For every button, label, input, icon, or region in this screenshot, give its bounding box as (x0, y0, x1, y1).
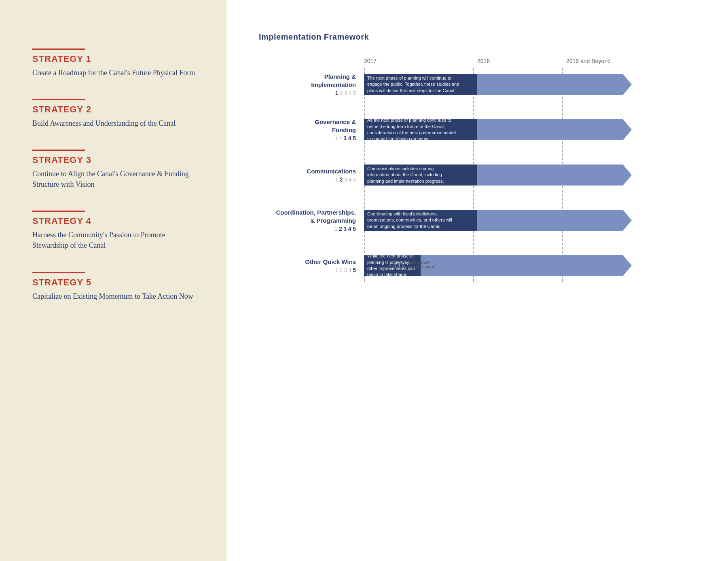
num-span-5-1: 1 (335, 267, 338, 273)
dark-bar-4: Coordinating with local jurisdictions,or… (364, 210, 477, 231)
strategy-title-2: STRATEGY 2 (32, 104, 202, 115)
col-2017-header: 2017 (364, 58, 477, 64)
num-span-4-3: 3 (343, 226, 347, 232)
chart-area: 2017 2018 2019 and Beyond Planning &Impl… (259, 58, 704, 282)
col-2018-header: 2018 (477, 58, 566, 64)
row-label-nums-2: 1 2 3 4 5 (259, 135, 356, 141)
strategy-desc-2: Build Awareness and Understanding of the… (32, 118, 202, 129)
light-bar-5 (421, 255, 623, 276)
dark-bar-3: Communications includes sharinginformati… (364, 165, 477, 186)
strategy-divider-4 (32, 211, 85, 212)
row-label-5: Other Quick Wins1 2 3 4 5 (259, 258, 364, 274)
num-span-5-4: 4 (348, 267, 351, 273)
row-label-title-5: Other Quick Wins (259, 258, 356, 266)
row-label-nums-4: 1 2 3 4 5 (259, 226, 356, 232)
arrow-tip-3 (623, 165, 632, 186)
strategy-desc-1: Create a Roadmap for the Canal's Future … (32, 67, 202, 78)
strategy-desc-5: Capitalize on Existing Momentum to Take … (32, 291, 202, 302)
num-span-1-1: 1 (335, 90, 339, 96)
light-bar-3 (477, 165, 623, 186)
arrow-tip-4 (623, 210, 632, 231)
chart-row-3: Communications1 2 3 4 5Communications in… (259, 159, 704, 191)
strategy-item-5: STRATEGY 5Capitalize on Existing Momentu… (32, 272, 202, 302)
row-label-nums-1: 1 2 3 4 5 (259, 90, 356, 96)
bar-text-1: The next phase of planning will continue… (367, 75, 459, 94)
strategy-desc-4: Harness the Community's Passion to Promo… (32, 230, 202, 251)
num-span-2-2: 2 (339, 135, 342, 141)
row-label-1: Planning &Implementation1 2 3 4 5 (259, 73, 364, 96)
num-span-2-1: 1 (335, 135, 338, 141)
arrow-tip-1 (623, 74, 632, 95)
num-span-3-4: 4 (349, 177, 351, 183)
row-label-nums-3: 1 2 3 4 5 (259, 176, 356, 183)
row-label-2: Governance &Funding1 2 3 4 5 (259, 118, 364, 141)
strategy-item-4: STRATEGY 4Harness the Community's Passio… (32, 211, 202, 251)
strategy-item-2: STRATEGY 2Build Awareness and Understand… (32, 99, 202, 129)
legend-label: RELEVANT STRATEGIES (410, 261, 435, 270)
strategy-title-3: STRATEGY 3 (32, 155, 202, 165)
light-bar-2 (477, 119, 623, 140)
bar-container-3: Communications includes sharinginformati… (364, 163, 704, 187)
strategy-item-3: STRATEGY 3Continue to Align the Canal's … (32, 150, 202, 190)
bar-text-2: As the next phase of planning continues … (367, 117, 456, 142)
num-span-5-3: 3 (344, 267, 347, 273)
bar-container-2: As the next phase of planning continues … (364, 118, 704, 141)
arrow-tip-5 (623, 255, 632, 276)
num-span-1-4: 4 (349, 90, 351, 96)
num-span-3-3: 3 (344, 177, 347, 183)
num-span-2-5: 5 (353, 135, 356, 141)
legend-num-2: 2 3 4 5 (389, 262, 405, 268)
col-headers: 2017 2018 2019 and Beyond (364, 58, 704, 64)
chart-row-4: Coordination, Partnerships,& Programming… (259, 204, 704, 236)
strategy-item-1: STRATEGY 1Create a Roadmap for the Canal… (32, 49, 202, 78)
num-span-3-5: 5 (353, 177, 356, 183)
col-2019-header: 2019 and Beyond (566, 58, 647, 64)
framework-title: Implementation Framework (259, 32, 704, 42)
bar-container-1: The next phase of planning will continue… (364, 73, 704, 96)
row-label-4: Coordination, Partnerships,& Programming… (259, 209, 364, 232)
row-label-nums-5: 1 2 3 4 5 (259, 267, 356, 273)
legend: 1 2 3 4 5 RELEVANT STRATEGIES (384, 261, 434, 270)
row-label-title-1: Planning &Implementation (259, 73, 356, 89)
num-span-2-4: 4 (348, 135, 351, 141)
num-span-4-1: 1 (334, 226, 337, 232)
light-bar-1 (477, 74, 623, 95)
arrow-tip-2 (623, 119, 632, 140)
strategy-divider-1 (32, 49, 85, 50)
strategy-divider-2 (32, 99, 85, 100)
right-panel: Implementation Framework 2017 2018 2019 … (226, 0, 728, 561)
num-span-1-3: 3 (344, 90, 347, 96)
num-span-4-2: 2 (339, 226, 342, 232)
strategy-title-5: STRATEGY 5 (32, 277, 202, 288)
bar-text-3: Communications includes sharinginformati… (367, 166, 444, 184)
num-span-1-5: 5 (353, 90, 356, 96)
row-label-3: Communications1 2 3 4 5 (259, 167, 364, 183)
bar-text-4: Coordinating with local jurisdictions,or… (367, 211, 452, 230)
num-span-5-5: 5 (353, 267, 356, 273)
legend-num-1: 1 (384, 262, 387, 268)
row-label-title-2: Governance &Funding (259, 118, 356, 134)
num-span-4-4: 4 (348, 226, 351, 232)
num-span-5-2: 2 (340, 267, 343, 273)
dark-bar-2: As the next phase of planning continues … (364, 119, 477, 140)
num-span-1-2: 2 (340, 90, 343, 96)
num-span-4-5: 5 (353, 226, 356, 232)
chart-row-2: Governance &Funding1 2 3 4 5As the next … (259, 114, 704, 146)
row-label-title-3: Communications (259, 167, 356, 175)
bar-container-4: Coordinating with local jurisdictions,or… (364, 209, 704, 232)
num-span-2-3: 3 (343, 135, 347, 141)
strategy-desc-3: Continue to Align the Canal's Governance… (32, 169, 202, 190)
left-panel: STRATEGY 1Create a Roadmap for the Canal… (0, 0, 226, 561)
strategy-title-1: STRATEGY 1 (32, 54, 202, 64)
chart-row-5: Other Quick Wins1 2 3 4 5While the next … (259, 249, 704, 282)
num-span-3-1: 1 (335, 177, 338, 183)
strategy-divider-3 (32, 150, 85, 151)
light-bar-4 (477, 210, 623, 231)
strategy-title-4: STRATEGY 4 (32, 216, 202, 226)
row-label-title-4: Coordination, Partnerships,& Programming (259, 209, 356, 224)
legend-nums: 1 2 3 4 5 (384, 262, 405, 268)
strategy-divider-5 (32, 272, 85, 273)
dark-bar-1: The next phase of planning will continue… (364, 74, 477, 95)
num-span-3-2: 2 (340, 176, 343, 183)
chart-row-1: Planning &Implementation1 2 3 4 5The nex… (259, 68, 704, 101)
